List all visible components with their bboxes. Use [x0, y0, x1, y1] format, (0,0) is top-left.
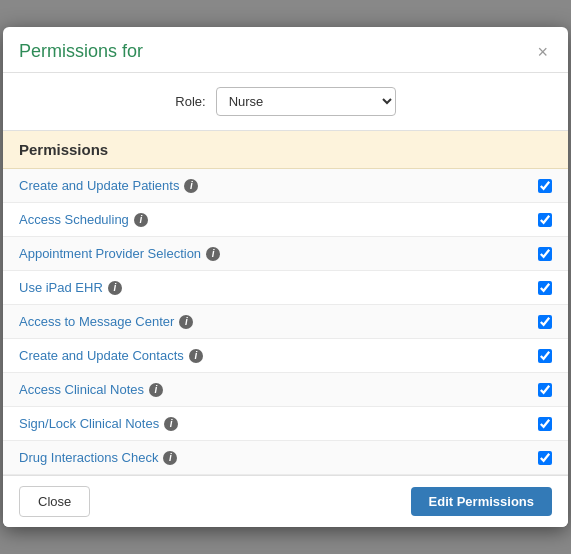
permission-label: Appointment Provider Selectioni [19, 246, 220, 261]
permissions-header: Permissions [3, 131, 568, 169]
permission-label: Sign/Lock Clinical Notesi [19, 416, 178, 431]
info-icon[interactable]: i [184, 179, 198, 193]
permission-checkbox[interactable] [538, 349, 552, 363]
role-label: Role: [175, 94, 205, 109]
table-row: Access Schedulingi [3, 203, 568, 237]
permission-checkbox[interactable] [538, 417, 552, 431]
permission-label: Access Clinical Notesi [19, 382, 163, 397]
info-icon[interactable]: i [108, 281, 122, 295]
permissions-section: Permissions Create and Update PatientsiA… [3, 130, 568, 475]
permission-checkbox[interactable] [538, 281, 552, 295]
table-row: Access to Message Centeri [3, 305, 568, 339]
table-row: Create and Update Contactsi [3, 339, 568, 373]
close-x-button[interactable]: × [533, 43, 552, 61]
permission-checkbox[interactable] [538, 383, 552, 397]
table-row: Use iPad EHRi [3, 271, 568, 305]
permission-checkbox[interactable] [538, 315, 552, 329]
info-icon[interactable]: i [189, 349, 203, 363]
permission-checkbox[interactable] [538, 213, 552, 227]
info-icon[interactable]: i [134, 213, 148, 227]
permission-checkbox[interactable] [538, 247, 552, 261]
table-row: Access Clinical Notesi [3, 373, 568, 407]
close-button[interactable]: Close [19, 486, 90, 517]
info-icon[interactable]: i [179, 315, 193, 329]
permission-label: Create and Update Patientsi [19, 178, 198, 193]
permission-label: Access to Message Centeri [19, 314, 193, 329]
info-icon[interactable]: i [206, 247, 220, 261]
permission-checkbox[interactable] [538, 451, 552, 465]
table-row: Appointment Provider Selectioni [3, 237, 568, 271]
role-row: Role: Nurse Doctor Admin Receptionist [3, 73, 568, 130]
permission-checkbox[interactable] [538, 179, 552, 193]
info-icon[interactable]: i [149, 383, 163, 397]
info-icon[interactable]: i [164, 417, 178, 431]
info-icon[interactable]: i [163, 451, 177, 465]
table-row: Create and Update Patientsi [3, 169, 568, 203]
table-row: Sign/Lock Clinical Notesi [3, 407, 568, 441]
modal-footer: Close Edit Permissions [3, 475, 568, 527]
modal-header: Permissions for × [3, 27, 568, 73]
table-row: Drug Interactions Checki [3, 441, 568, 475]
role-select[interactable]: Nurse Doctor Admin Receptionist [216, 87, 396, 116]
permission-label: Use iPad EHRi [19, 280, 122, 295]
permissions-modal: Permissions for × Role: Nurse Doctor Adm… [3, 27, 568, 527]
modal-title: Permissions for [19, 41, 143, 62]
permission-label: Access Schedulingi [19, 212, 148, 227]
permission-label: Create and Update Contactsi [19, 348, 203, 363]
permission-label: Drug Interactions Checki [19, 450, 177, 465]
edit-permissions-button[interactable]: Edit Permissions [411, 487, 552, 516]
